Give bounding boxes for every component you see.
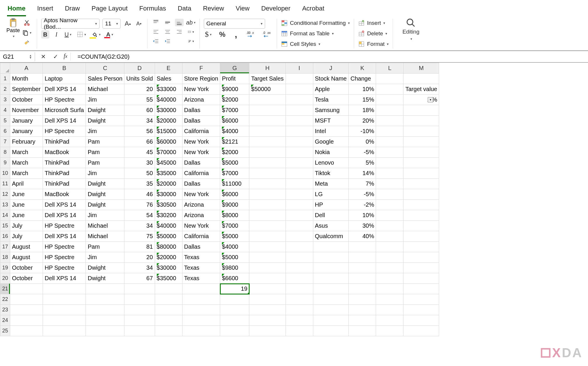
- cell-L18[interactable]: [376, 252, 403, 263]
- cell-F24[interactable]: [182, 315, 220, 326]
- tab-page-layout[interactable]: Page Layout: [91, 3, 128, 16]
- cell-L5[interactable]: [376, 116, 403, 126]
- row-header-21[interactable]: 21: [0, 284, 10, 294]
- bold-button[interactable]: B: [41, 30, 49, 39]
- cell-G5[interactable]: $6000: [220, 116, 249, 126]
- cell-M10[interactable]: [403, 168, 439, 179]
- cell-E8[interactable]: $70000: [155, 147, 182, 158]
- cell-F22[interactable]: [182, 294, 220, 305]
- editing-dropdown[interactable]: [407, 37, 415, 41]
- row-header-3[interactable]: 3: [0, 95, 10, 105]
- cell-F19[interactable]: Texas: [182, 263, 220, 273]
- cell-M3[interactable]: ▾1 %: [403, 95, 439, 105]
- name-box-spinner[interactable]: ▲▼: [29, 54, 32, 59]
- cell-D15[interactable]: 34: [124, 221, 155, 231]
- cell-F17[interactable]: Dallas: [182, 242, 220, 252]
- cell-K10[interactable]: 14%: [349, 168, 376, 179]
- cell-F4[interactable]: Dallas: [182, 105, 220, 116]
- cell-K20[interactable]: [349, 273, 376, 284]
- cell-J19[interactable]: [313, 263, 349, 273]
- cell-C13[interactable]: Dwight: [86, 200, 124, 210]
- cell-M7[interactable]: [403, 137, 439, 147]
- tab-formulas[interactable]: Formulas: [139, 3, 167, 16]
- row-header-5[interactable]: 5: [0, 116, 10, 126]
- cell-J1[interactable]: Stock Name: [313, 74, 349, 84]
- cell-B9[interactable]: ThinkPad: [43, 158, 86, 168]
- tab-home[interactable]: Home: [7, 3, 26, 16]
- cell-L11[interactable]: [376, 179, 403, 189]
- cell-A20[interactable]: October: [10, 273, 43, 284]
- cell-J3[interactable]: Tesla: [313, 95, 349, 105]
- cell-J24[interactable]: [313, 315, 349, 326]
- cell-K19[interactable]: [349, 263, 376, 273]
- cell-A25[interactable]: [10, 326, 43, 336]
- cell-F3[interactable]: Arizona: [182, 95, 220, 105]
- percent-format-button[interactable]: %: [218, 30, 227, 39]
- tab-data[interactable]: Data: [177, 3, 192, 16]
- cell-H23[interactable]: [249, 305, 286, 315]
- cell-I18[interactable]: [286, 252, 313, 263]
- cell-D3[interactable]: 55: [124, 95, 155, 105]
- cell-K13[interactable]: -2%: [349, 200, 376, 210]
- cell-L21[interactable]: [376, 284, 403, 294]
- cell-J17[interactable]: [313, 242, 349, 252]
- cell-D4[interactable]: 60: [124, 105, 155, 116]
- cell-H18[interactable]: [249, 252, 286, 263]
- cell-E24[interactable]: [155, 315, 182, 326]
- cell-E21[interactable]: [155, 284, 182, 294]
- cell-M5[interactable]: [403, 116, 439, 126]
- column-header-C[interactable]: C: [86, 63, 124, 74]
- cell-B18[interactable]: HP Spectre: [43, 252, 86, 263]
- cell-E10[interactable]: $35000: [155, 168, 182, 179]
- cell-B21[interactable]: [43, 284, 86, 294]
- cell-A10[interactable]: March: [10, 168, 43, 179]
- cell-F25[interactable]: [182, 326, 220, 336]
- cell-A15[interactable]: July: [10, 221, 43, 231]
- cell-G20[interactable]: $6600: [220, 273, 249, 284]
- cell-J20[interactable]: [313, 273, 349, 284]
- cell-K25[interactable]: [349, 326, 376, 336]
- cell-B24[interactable]: [43, 315, 86, 326]
- cell-D23[interactable]: [124, 305, 155, 315]
- fill-color-button[interactable]: [90, 30, 102, 39]
- cell-C1[interactable]: Sales Person: [86, 74, 124, 84]
- cell-C3[interactable]: Jim: [86, 95, 124, 105]
- row-header-7[interactable]: 7: [0, 137, 10, 147]
- cell-J7[interactable]: Google: [313, 137, 349, 147]
- cell-L7[interactable]: [376, 137, 403, 147]
- cell-F23[interactable]: [182, 305, 220, 315]
- cell-B6[interactable]: HP Spectre: [43, 126, 86, 137]
- cell-F10[interactable]: California: [182, 168, 220, 179]
- cell-G7[interactable]: $2121: [220, 137, 249, 147]
- cell-I21[interactable]: [286, 284, 313, 294]
- cell-A2[interactable]: September: [10, 84, 43, 95]
- cell-L2[interactable]: [376, 84, 403, 95]
- cell-B14[interactable]: Dell XPS 14: [43, 210, 86, 221]
- italic-button[interactable]: I: [52, 30, 60, 39]
- cell-G4[interactable]: $7000: [220, 105, 249, 116]
- cell-H5[interactable]: [249, 116, 286, 126]
- cell-E3[interactable]: $40000: [155, 95, 182, 105]
- cell-B1[interactable]: Laptop: [43, 74, 86, 84]
- cell-I13[interactable]: [286, 200, 313, 210]
- cell-E9[interactable]: $45000: [155, 158, 182, 168]
- cell-H21[interactable]: [249, 284, 286, 294]
- cell-M8[interactable]: [403, 147, 439, 158]
- cell-I17[interactable]: [286, 242, 313, 252]
- cell-I3[interactable]: [286, 95, 313, 105]
- cell-G12[interactable]: $6000: [220, 189, 249, 200]
- cell-K3[interactable]: 15%: [349, 95, 376, 105]
- cell-M22[interactable]: [403, 294, 439, 305]
- cell-K5[interactable]: 20%: [349, 116, 376, 126]
- enter-formula-button[interactable]: ✓: [51, 53, 60, 61]
- cell-B17[interactable]: HP Spectre: [43, 242, 86, 252]
- cell-K7[interactable]: 0%: [349, 137, 376, 147]
- cell-B5[interactable]: Dell XPS 14: [43, 116, 86, 126]
- cell-B23[interactable]: [43, 305, 86, 315]
- cell-H1[interactable]: Target Sales: [249, 74, 286, 84]
- cell-G13[interactable]: $9000: [220, 200, 249, 210]
- cell-J12[interactable]: LG: [313, 189, 349, 200]
- cell-E5[interactable]: $20000: [155, 116, 182, 126]
- format-cells-button[interactable]: Format▾: [358, 40, 389, 48]
- cell-G3[interactable]: $2000: [220, 95, 249, 105]
